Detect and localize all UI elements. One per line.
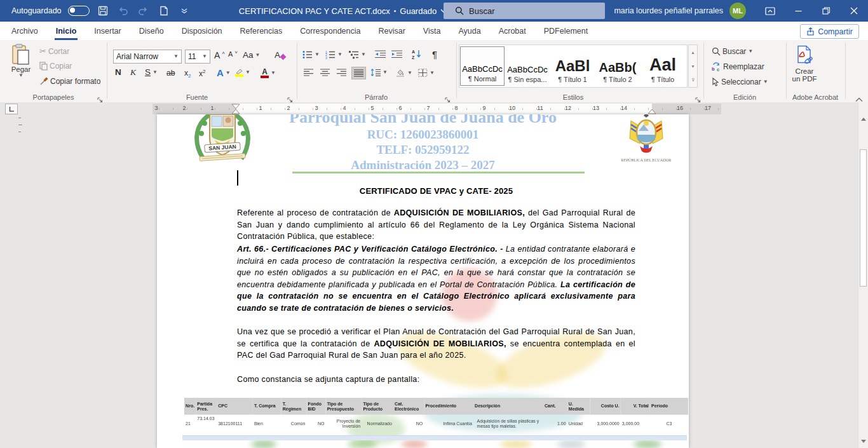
restore-button[interactable] — [812, 0, 840, 22]
styles-gallery-expand-icon[interactable]: ⊽ — [689, 73, 697, 87]
numbered-list-button[interactable]: 123▼ — [325, 50, 342, 59]
increase-indent-button[interactable] — [391, 50, 402, 58]
paragraph-3[interactable]: Una vez que se procedió a verificar el P… — [237, 326, 635, 362]
style-titulo-2[interactable]: AaBb( ¶ Título 2 — [595, 46, 640, 86]
font-color-button[interactable]: A ▼ — [261, 68, 276, 78]
save-status: Guardado — [400, 6, 437, 16]
new-document-icon[interactable] — [157, 4, 171, 18]
document-title-line[interactable]: CERTIFICADO DE VPAC y CATE- 2025 — [237, 186, 635, 198]
style-titulo-1[interactable]: AaBl ¶ Título 1 — [550, 46, 595, 86]
scroll-up-icon[interactable] — [859, 114, 867, 124]
tab-correspondencia[interactable]: Correspondencia — [291, 22, 369, 40]
p2-bold-lead: Art. 66.- Certificaciones PAC y Verifica… — [237, 245, 506, 254]
share-button[interactable]: Compartir — [800, 24, 859, 39]
paste-button[interactable]: Pegar ▼ — [6, 44, 36, 78]
tab-inicio[interactable]: Inicio — [47, 22, 86, 40]
document-title: CERTIFICACION PAC Y CATE ACT.docx — [239, 6, 390, 16]
grow-font-button[interactable]: A˄ — [214, 51, 225, 60]
italic-button[interactable]: K — [130, 68, 136, 77]
scroll-down-icon[interactable] — [859, 437, 867, 446]
group-divider — [107, 43, 107, 98]
justify-button[interactable] — [351, 67, 366, 79]
align-center-button[interactable] — [320, 69, 330, 76]
subscript-button[interactable]: x2 — [184, 69, 191, 79]
tab-insertar[interactable]: Insertar — [85, 22, 130, 40]
shrink-font-button[interactable]: A˅ — [228, 51, 238, 58]
select-button[interactable]: Seleccionar▼ — [712, 78, 768, 86]
paragraph-4[interactable]: Como constancia se adjunta captura de pa… — [237, 374, 635, 386]
tab-vista[interactable]: Vista — [414, 22, 450, 40]
style-normal[interactable]: AaBbCcDc ¶ Normal — [460, 46, 505, 86]
autosave-toggle[interactable] — [68, 6, 90, 16]
highlight-color-button[interactable]: ▼ — [234, 68, 250, 77]
vertical-scrollbar[interactable] — [858, 102, 868, 448]
ruler-indent-markers[interactable] — [153, 104, 721, 114]
tab-archivo[interactable]: Archivo — [3, 22, 47, 40]
p1-bold-text: ADQUISICIÓN DE MOBILIARIOS, — [394, 208, 525, 217]
tab-acrobat[interactable]: Acrobat — [490, 22, 535, 40]
tab-ayuda[interactable]: Ayuda — [449, 22, 489, 40]
shading-button[interactable]: ▼ — [395, 69, 412, 77]
save-icon[interactable] — [96, 4, 110, 18]
tab-referencias[interactable]: Referencias — [231, 22, 292, 40]
font-size-combobox[interactable]: 11▼ — [185, 50, 210, 64]
change-case-button[interactable]: Aa▼ — [243, 51, 260, 60]
tab-stop-selector[interactable] — [5, 104, 18, 114]
tab-diseno[interactable]: Diseño — [130, 22, 173, 40]
sort-button[interactable]: AZ — [412, 49, 422, 59]
close-button[interactable] — [840, 0, 868, 22]
tab-revisar[interactable]: Revisar — [369, 22, 414, 40]
col-descripcion: Descripción — [473, 398, 543, 415]
style-sin-espacio[interactable]: AaBbCcDc ¶ Sin espa... — [505, 46, 550, 86]
paragraph-2[interactable]: Art. 66.- Certificaciones PAC y Verifica… — [237, 243, 635, 315]
strikethrough-button[interactable]: ab — [166, 69, 175, 77]
text-effects-button[interactable]: A▼ — [217, 68, 231, 78]
search-box[interactable]: Buscar — [444, 3, 605, 19]
qat-customize-chevron-icon[interactable] — [177, 4, 191, 18]
titlebar: Autoguardado CERTIFICACION PAC Y CATE AC… — [0, 0, 868, 22]
avatar[interactable]: ML — [729, 3, 746, 19]
font-family-combobox[interactable]: Arial Narrow▼ — [113, 50, 182, 64]
document-title-area[interactable]: CERTIFICACION PAC Y CATE ACT.docx • Guar… — [210, 0, 477, 22]
tab-pdfelement[interactable]: PDFelement — [535, 22, 597, 40]
bullet-list-button[interactable]: ▼ — [302, 50, 320, 59]
align-left-button[interactable] — [304, 69, 313, 76]
borders-icon — [418, 69, 428, 77]
superscript-button[interactable]: x2 — [199, 69, 205, 78]
scrollbar-thumb[interactable] — [860, 149, 867, 287]
redo-icon — [137, 4, 151, 18]
horizontal-ruler[interactable]: 3 2 1 1 2 3 4 5 6 7 8 9 10 11 12 13 14 1… — [153, 104, 721, 114]
ribbon-display-options-icon[interactable] — [756, 0, 784, 22]
align-center-icon — [320, 69, 330, 76]
tab-disposicion[interactable]: Disposición — [173, 22, 231, 40]
user-name[interactable]: maria lourdes peñafiel parrales — [614, 6, 723, 15]
borders-button[interactable]: ▼ — [418, 69, 435, 77]
justify-icon — [354, 69, 363, 77]
format-painter-button[interactable]: Copiar formato — [39, 77, 100, 86]
decrease-indent-button[interactable] — [375, 50, 386, 58]
multilevel-list-button[interactable]: ▼ — [349, 50, 366, 59]
clear-formatting-button[interactable]: A — [275, 51, 285, 60]
bold-button[interactable]: N — [115, 68, 121, 77]
styles-scroll-down-icon[interactable]: ▼ — [689, 59, 697, 73]
replace-button[interactable]: bc Reemplazar — [712, 62, 764, 71]
underline-button[interactable]: S▼ — [145, 68, 158, 77]
share-icon — [806, 27, 815, 36]
document-page[interactable]: SAN JUAN Parroquial San Juan de Juana de… — [157, 114, 689, 448]
styles-scroll-up-icon[interactable]: ▲ — [689, 45, 697, 59]
col-vtotal: V. Total — [621, 398, 650, 415]
find-button[interactable]: Buscar▼ — [712, 47, 753, 56]
pac-table[interactable]: Nro. Partida Pres. CPC T. Compra T. Régi… — [184, 398, 688, 438]
create-pdf-button[interactable]: Crear un PDF — [788, 45, 821, 83]
style-name: ¶ Normal — [468, 75, 496, 83]
paragraph-1[interactable]: Referente al proceso de contratación de … — [237, 207, 635, 243]
minimize-button[interactable] — [784, 0, 812, 22]
line-spacing-button[interactable]: ▼ — [370, 69, 388, 76]
editing-group-label: Edición — [733, 93, 756, 101]
svg-text:A: A — [412, 50, 415, 54]
copy-button: Copiar — [39, 62, 72, 71]
group-divider — [297, 43, 297, 98]
align-right-button[interactable] — [337, 69, 346, 76]
style-titulo[interactable]: Aal ¶ Título — [641, 46, 685, 86]
show-paragraph-marks-button[interactable]: ¶ — [432, 50, 437, 59]
